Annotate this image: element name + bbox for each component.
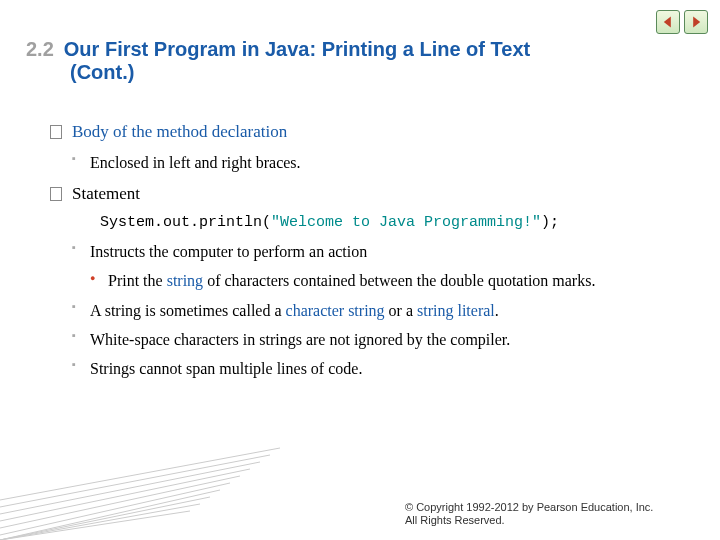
bullet-braces: Enclosed in left and right braces. <box>72 151 680 174</box>
text-print-a: Print the <box>108 272 167 289</box>
slide-title: 2.2Our First Program in Java: Printing a… <box>26 38 690 84</box>
text-names-c: . <box>495 302 499 319</box>
nav-buttons <box>656 10 708 34</box>
svg-line-5 <box>0 483 230 535</box>
svg-line-1 <box>0 455 270 507</box>
bullet-span-lines: Strings cannot span multiple lines of co… <box>72 357 680 380</box>
keyword-character-string: character string <box>286 302 385 319</box>
svg-line-3 <box>0 469 250 521</box>
code-post: ); <box>541 214 559 231</box>
svg-line-8 <box>0 504 200 540</box>
section-number: 2.2 <box>26 38 54 60</box>
nav-prev-icon <box>661 15 675 29</box>
copyright-text: © Copyright 1992-2012 by Pearson Educati… <box>405 501 665 529</box>
decorative-lines <box>0 445 280 540</box>
svg-line-4 <box>0 476 240 528</box>
svg-line-0 <box>0 448 280 500</box>
code-pre: System.out.println( <box>100 214 271 231</box>
section-title-line2: (Cont.) <box>70 61 134 83</box>
bullet-string-names: A string is sometimes called a character… <box>72 299 680 322</box>
bullet-statement: Statement <box>50 182 680 207</box>
svg-line-6 <box>0 490 220 540</box>
nav-next-button[interactable] <box>684 10 708 34</box>
bullet-body-declaration: Body of the method declaration <box>50 120 680 145</box>
nav-prev-button[interactable] <box>656 10 680 34</box>
text-names-a: A string is sometimes called a <box>90 302 286 319</box>
keyword-string: string <box>167 272 203 289</box>
code-line: System.out.println("Welcome to Java Prog… <box>72 212 680 234</box>
text-names-b: or a <box>385 302 417 319</box>
bullet-print-string: Print the string of characters contained… <box>90 269 680 292</box>
nav-next-icon <box>689 15 703 29</box>
text-print-b: of characters contained between the doub… <box>203 272 595 289</box>
bullet-whitespace: White-space characters in strings are no… <box>72 328 680 351</box>
code-string-literal: "Welcome to Java Programming!" <box>271 214 541 231</box>
svg-line-2 <box>0 462 260 514</box>
bullet-instructs: Instructs the computer to perform an act… <box>72 240 680 263</box>
slide-content: Body of the method declaration Enclosed … <box>50 120 680 386</box>
keyword-string-literal: string literal <box>417 302 495 319</box>
svg-line-7 <box>0 497 210 540</box>
svg-line-9 <box>0 511 190 540</box>
section-title-line1: Our First Program in Java: Printing a Li… <box>64 38 530 60</box>
